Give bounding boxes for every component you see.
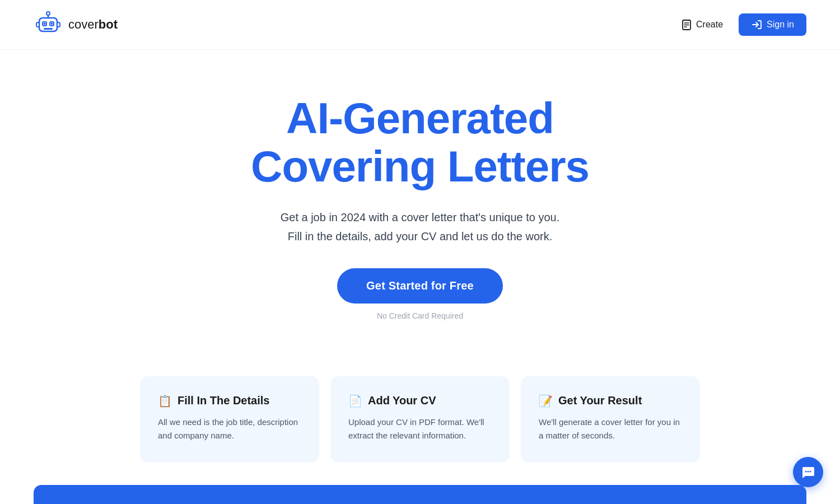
fill-details-icon: 📋 (158, 394, 172, 408)
card-fill-details-title: 📋 Fill In The Details (158, 394, 301, 408)
get-result-icon: 📝 (539, 394, 553, 408)
svg-point-4 (51, 23, 53, 25)
add-cv-icon: 📄 (348, 394, 362, 408)
no-credit-card-label: No Credit Card Required (377, 311, 463, 320)
logo-icon (34, 10, 63, 39)
card-fill-details-body: All we need is the job title, descriptio… (158, 416, 301, 442)
nav-right: Create Sign in (674, 13, 806, 36)
card-fill-details: 📋 Fill In The Details All we need is the… (140, 376, 319, 463)
svg-point-7 (46, 12, 50, 15)
svg-rect-9 (57, 22, 60, 27)
header: coverbot Create Sign in (0, 0, 840, 50)
hero-title: AI-Generated Covering Letters (251, 95, 589, 191)
hero-section: AI-Generated Covering Letters Get a job … (0, 50, 840, 354)
logo: coverbot (34, 10, 118, 39)
card-get-result: 📝 Get Your Result We'll generate a cover… (521, 376, 700, 463)
signin-button[interactable]: Sign in (739, 13, 806, 36)
logo-text: coverbot (68, 17, 118, 32)
svg-rect-8 (36, 22, 39, 27)
card-add-cv-body: Upload your CV in PDF format. We'll extr… (348, 416, 492, 442)
svg-rect-5 (44, 28, 53, 30)
card-get-result-title: 📝 Get Your Result (539, 394, 682, 408)
svg-point-3 (44, 23, 46, 25)
chat-icon (801, 465, 815, 479)
create-button[interactable]: Create (674, 15, 730, 35)
svg-point-15 (805, 471, 807, 473)
card-add-cv: 📄 Add Your CV Upload your CV in PDF form… (330, 376, 510, 463)
svg-point-17 (810, 471, 811, 473)
create-icon (681, 19, 692, 30)
cards-section: 📋 Fill In The Details All we need is the… (0, 354, 840, 485)
bottom-band (34, 485, 806, 504)
card-get-result-body: We'll generate a cover letter for you in… (539, 416, 682, 442)
card-add-cv-title: 📄 Add Your CV (348, 394, 492, 408)
signin-icon (751, 19, 762, 30)
get-started-button[interactable]: Get Started for Free (337, 268, 503, 304)
hero-subtitle: Get a job in 2024 with a cover letter th… (281, 208, 560, 246)
chat-button[interactable] (793, 457, 823, 487)
svg-point-16 (808, 471, 809, 473)
